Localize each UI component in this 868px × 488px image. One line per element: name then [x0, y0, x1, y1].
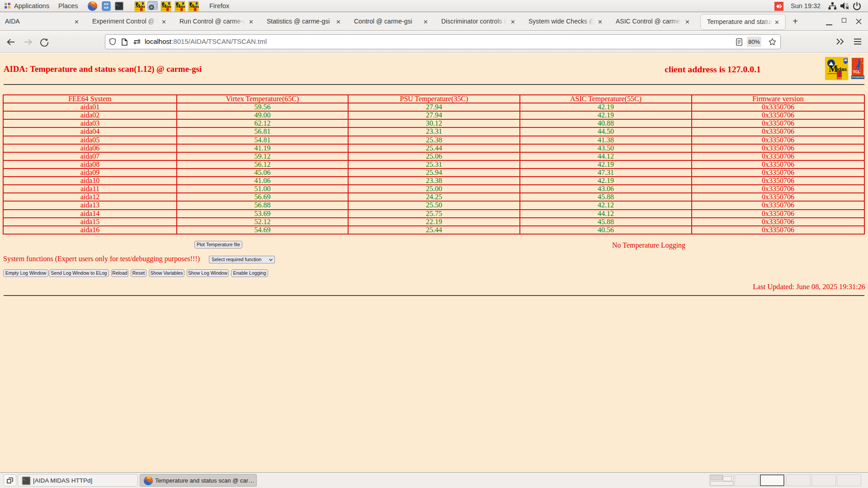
svg-text:TCL: TCL — [853, 70, 861, 74]
svg-text:powered by: powered by — [828, 72, 838, 75]
svg-text:POWERED: POWERED — [837, 77, 846, 79]
svg-text:>_: >_ — [116, 4, 119, 7]
svg-text:POWERED: POWERED — [852, 76, 865, 79]
svg-text:>_: >_ — [23, 478, 27, 481]
